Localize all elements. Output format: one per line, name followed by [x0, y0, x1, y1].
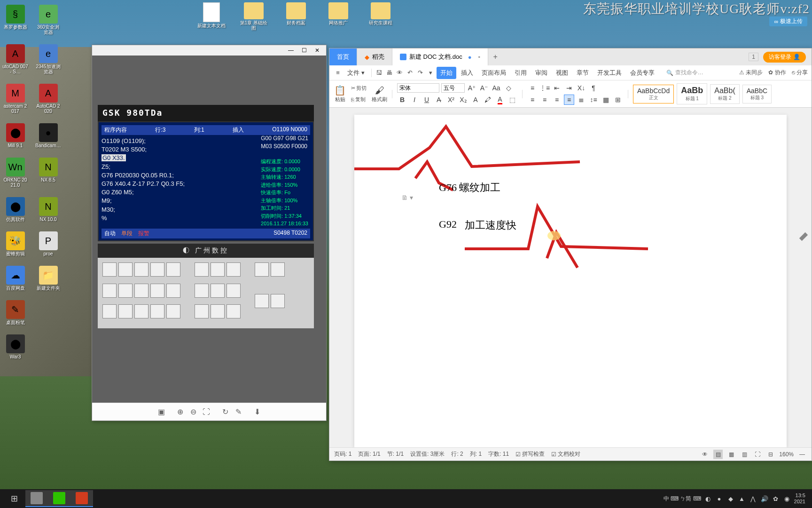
start-button[interactable]: ⊞ — [3, 490, 25, 507]
align-left-button[interactable]: ≡ — [527, 95, 538, 105]
status-chars[interactable]: 字数: 11 — [488, 450, 509, 458]
share-button[interactable]: ⎋ 分享 — [792, 69, 808, 77]
tray-icon[interactable]: ▲ — [738, 494, 746, 503]
desktop-icon[interactable]: 📁新建文件夹 — [35, 266, 61, 291]
outdent-button[interactable]: ⇤ — [552, 83, 562, 93]
borders-button[interactable]: ⊞ — [613, 95, 623, 105]
status-spellcheck[interactable]: ☑ 拼写检查 — [515, 450, 545, 458]
menu-review[interactable]: 审阅 — [531, 67, 551, 79]
taskbar-clock[interactable]: 13:5 2021 — [794, 492, 805, 505]
maximize-button[interactable]: ☐ — [297, 46, 311, 55]
status-col[interactable]: 列: 1 — [470, 450, 482, 458]
increase-font-icon[interactable]: A⁺ — [467, 83, 477, 93]
style-heading2[interactable]: AaBb(标题 2 — [710, 84, 739, 104]
screen-icon[interactable]: ▣ — [156, 407, 166, 417]
status-proofread[interactable]: ☑ 文档校对 — [551, 450, 580, 458]
desktop-icon[interactable]: e2345加速浏览器 — [35, 44, 61, 74]
desktop-icon[interactable]: 新建文本文档 — [197, 2, 226, 31]
taskbar-app[interactable] — [25, 490, 48, 507]
doc-text-g92-label[interactable]: G92 — [439, 218, 457, 230]
zoom-in-button[interactable]: — — [797, 450, 807, 459]
char-border-button[interactable]: ⬚ — [507, 95, 517, 105]
sync-status[interactable]: ⚠ 未同步 — [739, 69, 763, 77]
paragraph-handle-icon[interactable]: 🗎 ▾ — [401, 194, 413, 201]
taskbar-wps[interactable] — [70, 490, 93, 507]
menu-file[interactable]: 文件 ▾ — [344, 67, 368, 79]
highlight-button[interactable]: 🖍 — [483, 95, 493, 105]
desktop-icon[interactable]: 网络推广 — [324, 2, 352, 31]
shading-button[interactable]: ▦ — [601, 95, 611, 105]
style-heading1[interactable]: AaBb标题 1 — [677, 83, 707, 104]
desktop-icon[interactable]: ⬤War3 — [2, 334, 28, 359]
zoom-out-icon[interactable]: ⊖ — [188, 407, 198, 417]
desktop-icon[interactable]: AutoCAD 007 - S… — [2, 44, 28, 74]
number-list-button[interactable]: ⋮≡ — [539, 83, 550, 93]
italic-button[interactable]: I — [409, 95, 420, 105]
font-family-select[interactable] — [397, 83, 439, 93]
desktop-icon[interactable]: Pproe — [35, 231, 61, 256]
menu-member[interactable]: 会员专享 — [626, 67, 658, 79]
menu-reference[interactable]: 引用 — [511, 67, 531, 79]
text-effect-button[interactable]: A — [470, 95, 481, 105]
window-titlebar[interactable]: — ☐ ✕ — [92, 45, 326, 56]
page-view-icon[interactable]: ▤ — [713, 450, 723, 459]
font-size-select[interactable] — [441, 83, 465, 93]
undo-icon[interactable]: ↶ — [406, 68, 415, 78]
underline-button[interactable]: U — [422, 95, 432, 105]
tab-document[interactable]: 新建 DOC 文档.doc ● • — [392, 48, 488, 65]
ime-indicator[interactable]: 中 ⌨ ㄅ简 ⌨ — [664, 495, 701, 503]
style-normal[interactable]: AaBbCcDd正文 — [633, 85, 674, 103]
desktop-icon[interactable]: NNX 8.5 — [35, 158, 61, 188]
desktop-icon[interactable]: ⬤仿真软件 — [2, 197, 28, 222]
zoom-level[interactable]: 160% — [779, 451, 794, 458]
tab-close-icon[interactable]: • — [478, 54, 481, 61]
tab-daohangke[interactable]: ◆稻壳 — [357, 48, 392, 65]
close-button[interactable]: ✕ — [311, 46, 324, 55]
strike-button[interactable]: A̶ — [434, 95, 444, 105]
copy-button[interactable]: ⎘复制 — [349, 95, 369, 104]
indent-button[interactable]: ⇥ — [564, 83, 574, 93]
fit-icon[interactable]: ⛶ — [202, 407, 211, 417]
bold-button[interactable]: B — [397, 95, 407, 105]
desktop-icon[interactable]: ●Bandicam… — [35, 123, 61, 148]
download-icon[interactable]: ⬇ — [252, 407, 262, 417]
status-setting[interactable]: 设置值: 3厘米 — [410, 450, 445, 458]
hamburger-icon[interactable]: ≡ — [333, 68, 343, 78]
image-viewer-content[interactable]: GSK 980TDa 程序内容 行:3 列:1 插入 O1109 N0000 O… — [92, 56, 326, 403]
sort-button[interactable]: X↓ — [576, 83, 586, 93]
status-page[interactable]: 页面: 1/1 — [358, 450, 380, 458]
align-right-button[interactable]: ≡ — [552, 95, 562, 105]
read-mode-icon[interactable]: 👁 — [700, 450, 710, 459]
clear-format-icon[interactable]: ◇ — [503, 83, 514, 93]
doc-text-g92-desc[interactable]: 加工速度快 — [465, 218, 516, 232]
tray-icon[interactable]: ◉ — [783, 494, 791, 503]
doc-text-g76[interactable]: G76 螺纹加工 — [439, 181, 500, 195]
zoom-out-button[interactable]: ⊟ — [766, 450, 775, 459]
desktop-icon[interactable]: WnORKNC 2021.0 — [2, 158, 28, 188]
desktop-icon[interactable]: §基罗参数器 — [2, 5, 28, 35]
bullet-list-button[interactable]: ≡ — [527, 83, 538, 93]
edit-icon[interactable]: ✎ — [234, 407, 243, 417]
desktop-icon[interactable]: ✎桌面粉笔 — [2, 300, 28, 325]
save-icon[interactable]: 🖫 — [375, 68, 384, 78]
tray-icon[interactable]: ✿ — [772, 494, 780, 503]
menu-start[interactable]: 开始 — [437, 67, 456, 79]
menu-devtools[interactable]: 开发工具 — [593, 67, 625, 79]
upload-badge[interactable]: ∞极速上传 — [769, 16, 807, 26]
wps-document-area[interactable]: G76 螺纹加工 🗎 ▾ G92 加工速度快 — [329, 108, 812, 447]
rotate-icon[interactable]: ↻ — [220, 407, 230, 417]
redo-icon[interactable]: ↷ — [416, 68, 425, 78]
preview-icon[interactable]: 👁 — [395, 68, 405, 78]
desktop-icon[interactable]: ☁百度网盘 — [2, 266, 28, 291]
dropdown-icon[interactable]: ▾ — [426, 68, 436, 78]
taskbar-wechat[interactable] — [48, 490, 70, 507]
status-page-num[interactable]: 页码: 1 — [334, 450, 351, 458]
desktop-icon[interactable]: Mastercam 2017 — [2, 84, 28, 114]
decrease-font-icon[interactable]: A⁻ — [479, 83, 489, 93]
login-button[interactable]: 访客登录👤 — [763, 52, 806, 63]
new-tab-button[interactable]: + — [488, 53, 502, 61]
minimize-button[interactable]: — — [284, 46, 297, 55]
web-view-icon[interactable]: ▥ — [740, 450, 749, 459]
desktop-icon[interactable]: 🐝蜜蜂剪辑 — [2, 231, 28, 256]
subscript-button[interactable]: X₂ — [458, 95, 468, 105]
